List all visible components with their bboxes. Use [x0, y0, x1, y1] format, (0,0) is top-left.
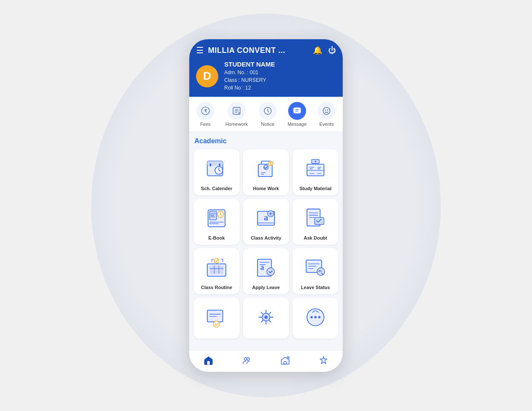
notice-icon	[259, 102, 277, 120]
ask-doubt-icon	[302, 205, 329, 232]
student-roll: Roll No : 12	[224, 84, 275, 92]
nav-message[interactable]: Message	[284, 100, 310, 128]
main-content: Academic Sch. Calender	[189, 132, 343, 350]
nav-fees[interactable]: ₹ Fees	[193, 100, 218, 128]
student-name: STUDENT NAME	[224, 61, 275, 68]
apply-leave-icon: a	[252, 254, 280, 281]
svg-point-6	[325, 110, 326, 111]
class-routine-label: Class Routine	[201, 285, 232, 290]
avatar: D	[196, 65, 218, 87]
sch-calender-label: Sch. Calender	[201, 186, 232, 191]
app-title: MILLIA CONVENT ...	[208, 46, 285, 55]
sch-calender-icon	[203, 155, 230, 182]
student-info: D STUDENT NAME Adm. No. : 001 Class : NU…	[196, 61, 336, 92]
bottom-nav-profile[interactable]	[237, 354, 257, 368]
header-left: ☰ MILLIA CONVENT ...	[196, 45, 285, 55]
svg-point-5	[323, 107, 330, 115]
nav-events[interactable]: Events	[314, 100, 339, 128]
class-activity-icon: a	[252, 205, 280, 232]
settings-icon	[252, 304, 280, 331]
bottom-nav-home[interactable]	[198, 354, 219, 368]
notification-icon[interactable]: 🔔	[313, 46, 322, 55]
svg-rect-44	[207, 361, 210, 365]
header-icons: 🔔 ⏻	[313, 46, 336, 55]
svg-point-37	[214, 321, 220, 327]
card-study-material[interactable]: Study Material	[292, 149, 338, 195]
student-class: Class : NURSERY	[224, 76, 275, 84]
ask-doubt-label: Ask Doubt	[304, 235, 327, 240]
bottom-navigation	[189, 350, 343, 372]
app-header: ☰ MILLIA CONVENT ... 🔔 ⏻ D STUDENT NAME …	[189, 39, 343, 97]
card-leave-status[interactable]: Leave Status	[292, 248, 338, 294]
class-routine-icon	[203, 254, 230, 281]
quick-nav: ₹ Fees Homework	[189, 97, 343, 132]
phone-frame: ☰ MILLIA CONVENT ... 🔔 ⏻ D STUDENT NAME …	[189, 39, 343, 372]
nav-homework[interactable]: Homework	[222, 100, 252, 128]
svg-rect-11	[210, 163, 211, 166]
svg-point-42	[314, 316, 316, 318]
svg-point-39	[264, 315, 267, 318]
svg-point-46	[247, 358, 249, 360]
leave-status-icon	[302, 254, 329, 281]
svg-point-35	[319, 270, 321, 272]
fees-label: Fees	[200, 122, 211, 127]
svg-rect-16	[307, 164, 324, 176]
svg-rect-20	[210, 211, 217, 220]
leave-status-label: Leave Status	[301, 285, 330, 290]
home-work-icon	[252, 155, 280, 182]
more-icon	[302, 304, 329, 331]
power-icon[interactable]: ⏻	[328, 46, 336, 55]
e-book-label: E-Book	[208, 235, 225, 240]
card-class-activity[interactable]: a Class Activity	[243, 199, 289, 245]
events-icon	[318, 102, 335, 120]
homework-icon	[228, 102, 246, 120]
card-certificate[interactable]	[194, 298, 240, 339]
home-work-label: Home Work	[253, 186, 279, 191]
class-activity-label: Class Activity	[251, 235, 281, 240]
events-label: Events	[319, 122, 334, 127]
study-material-label: Study Material	[299, 186, 331, 191]
svg-rect-28	[210, 266, 224, 274]
study-material-icon	[302, 155, 329, 182]
header-top-bar: ☰ MILLIA CONVENT ... 🔔 ⏻	[196, 45, 336, 55]
svg-rect-12	[219, 163, 220, 166]
message-icon	[288, 102, 306, 120]
homework-label: Homework	[226, 122, 248, 127]
card-class-routine[interactable]: Class Routine	[194, 248, 240, 294]
svg-point-7	[327, 110, 328, 111]
card-more[interactable]	[292, 298, 338, 339]
hamburger-icon[interactable]: ☰	[196, 45, 204, 55]
svg-point-34	[317, 268, 325, 275]
bottom-nav-pin[interactable]	[313, 354, 334, 368]
e-book-icon	[203, 205, 230, 232]
svg-point-41	[310, 316, 312, 318]
message-label: Message	[288, 122, 307, 127]
card-sch-calender[interactable]: Sch. Calender	[194, 149, 240, 195]
svg-rect-47	[284, 362, 286, 364]
card-ask-doubt[interactable]: Ask Doubt	[292, 199, 338, 245]
svg-text:₹: ₹	[204, 109, 207, 113]
svg-rect-4	[294, 108, 301, 113]
card-home-work[interactable]: Home Work	[243, 149, 289, 195]
svg-point-43	[318, 316, 320, 318]
bottom-nav-school[interactable]	[275, 354, 295, 368]
nav-notice[interactable]: Notice	[255, 100, 280, 128]
svg-rect-36	[207, 310, 223, 322]
academic-grid: Sch. Calender	[194, 149, 338, 339]
student-adm: Adm. No. : 001	[224, 69, 275, 76]
svg-point-45	[244, 358, 247, 360]
card-settings[interactable]	[243, 298, 289, 339]
academic-section-title: Academic	[194, 137, 338, 145]
notice-label: Notice	[261, 122, 274, 127]
card-e-book[interactable]: E-Book	[194, 199, 240, 245]
card-apply-leave[interactable]: a Apply Leave	[243, 248, 289, 294]
fees-icon: ₹	[197, 102, 214, 120]
svg-point-32	[267, 268, 275, 275]
student-details: STUDENT NAME Adm. No. : 001 Class : NURS…	[224, 61, 275, 92]
certificate-icon	[203, 304, 230, 331]
background-circle: ☰ MILLIA CONVENT ... 🔔 ⏻ D STUDENT NAME …	[91, 14, 441, 397]
svg-point-18	[315, 161, 316, 162]
apply-leave-label: Apply Leave	[252, 285, 280, 290]
